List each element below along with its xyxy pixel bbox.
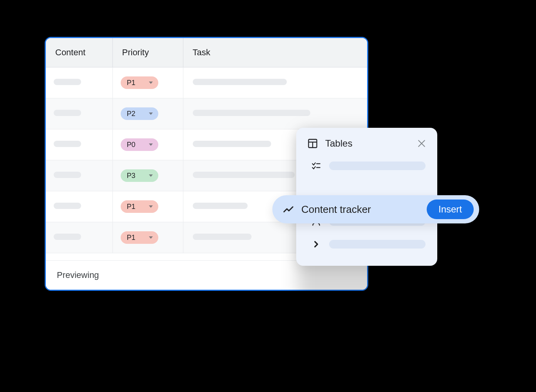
priority-chip[interactable]: P0 <box>121 138 158 151</box>
col-header-task[interactable]: Task <box>183 38 367 67</box>
content-placeholder <box>54 141 81 147</box>
priority-chip[interactable]: P1 <box>121 76 158 89</box>
chevron-down-icon <box>149 205 153 208</box>
cell-priority[interactable]: P1 <box>112 222 183 253</box>
chevron-down-icon <box>149 82 153 84</box>
task-placeholder <box>193 79 287 85</box>
chevron-down-icon <box>149 143 153 146</box>
task-placeholder <box>193 110 310 116</box>
cell-content[interactable] <box>46 98 112 129</box>
chevron-down-icon <box>149 236 153 239</box>
cell-content[interactable] <box>46 222 112 253</box>
priority-chip-label: P3 <box>127 172 136 180</box>
content-placeholder <box>54 172 81 178</box>
panel-title: Tables <box>325 138 409 149</box>
cell-priority[interactable]: P2 <box>112 98 183 129</box>
panel-row-more[interactable] <box>296 233 437 256</box>
insert-button[interactable]: Insert <box>427 200 474 219</box>
panel-row-checklist[interactable] <box>296 154 437 177</box>
table-head: Content Priority Task <box>46 38 367 67</box>
content-placeholder <box>54 110 81 116</box>
task-placeholder <box>193 172 295 178</box>
cell-priority[interactable]: P3 <box>112 160 183 191</box>
cell-content[interactable] <box>46 160 112 191</box>
cell-content[interactable] <box>46 67 112 98</box>
priority-chip[interactable]: P1 <box>121 200 158 213</box>
content-placeholder <box>54 234 81 240</box>
cell-task[interactable] <box>183 98 367 129</box>
content-placeholder <box>54 79 81 85</box>
col-header-priority[interactable]: Priority <box>112 38 183 67</box>
priority-chip-label: P1 <box>127 234 136 242</box>
cell-priority[interactable]: P1 <box>112 67 183 98</box>
priority-chip-label: P1 <box>127 79 136 87</box>
table-row[interactable]: P1 <box>46 67 367 98</box>
cell-priority[interactable]: P1 <box>112 191 183 222</box>
cell-priority[interactable]: P0 <box>112 129 183 160</box>
close-icon[interactable] <box>416 138 427 149</box>
preview-footer-label: Previewing <box>57 270 99 280</box>
cell-content[interactable] <box>46 191 112 222</box>
task-placeholder <box>193 203 248 209</box>
panel-row-placeholder <box>329 162 426 170</box>
task-placeholder <box>193 141 271 147</box>
chevron-down-icon <box>149 113 153 115</box>
content-placeholder <box>54 203 81 209</box>
task-placeholder <box>193 234 252 240</box>
priority-chip-label: P2 <box>127 110 136 118</box>
trend-icon <box>282 203 294 215</box>
panel-row-placeholder <box>329 240 426 249</box>
priority-chip-label: P1 <box>127 203 136 211</box>
checklist-icon <box>311 161 321 171</box>
chevron-right-icon <box>311 239 321 249</box>
chevron-down-icon <box>149 174 153 177</box>
cell-content[interactable] <box>46 129 112 160</box>
col-header-content[interactable]: Content <box>46 38 112 67</box>
cell-task[interactable] <box>183 67 367 98</box>
table-row[interactable]: P2 <box>46 98 367 129</box>
content-tracker-label: Content tracker <box>301 203 420 216</box>
priority-chip[interactable]: P3 <box>121 169 158 182</box>
priority-chip[interactable]: P2 <box>121 107 158 120</box>
table-icon <box>307 138 318 149</box>
panel-row-content-tracker[interactable]: Content tracker Insert <box>272 195 479 223</box>
panel-header: Tables <box>296 136 437 154</box>
priority-chip-label: P0 <box>127 141 136 149</box>
priority-chip[interactable]: P1 <box>121 231 158 244</box>
